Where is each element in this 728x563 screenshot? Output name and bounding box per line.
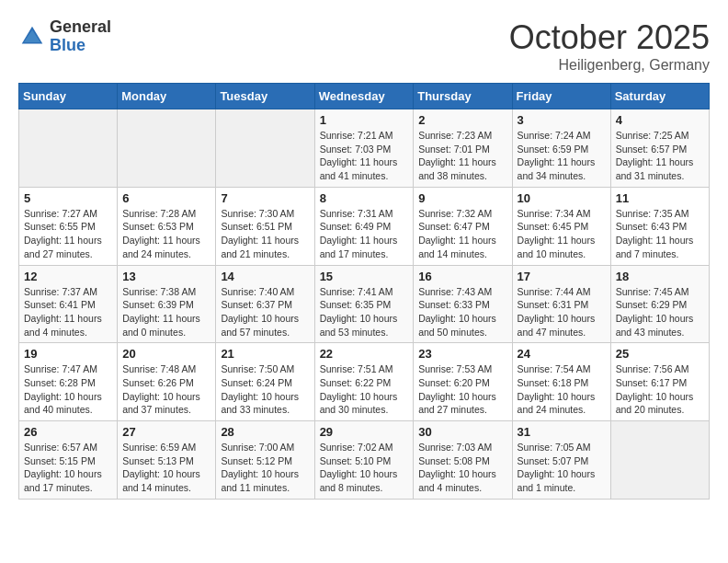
logo: General Blue	[18, 18, 111, 55]
day-number: 31	[518, 425, 606, 439]
day-info: Sunrise: 7:38 AM Sunset: 6:39 PM Dayligh…	[122, 285, 210, 339]
logo-general-text: General	[50, 18, 111, 37]
day-number: 17	[518, 270, 606, 283]
calendar-cell: 1Sunrise: 7:21 AM Sunset: 7:03 PM Daylig…	[314, 109, 414, 188]
day-number: 12	[24, 270, 112, 283]
calendar-cell: 31Sunrise: 7:05 AM Sunset: 5:07 PM Dayli…	[512, 421, 610, 500]
calendar-cell: 20Sunrise: 7:48 AM Sunset: 6:26 PM Dayli…	[118, 343, 216, 421]
day-number: 3	[518, 113, 606, 127]
day-number: 14	[221, 270, 309, 283]
day-number: 8	[320, 191, 409, 205]
calendar-cell: 25Sunrise: 7:56 AM Sunset: 6:17 PM Dayli…	[610, 343, 709, 421]
day-info: Sunrise: 7:45 AM Sunset: 6:29 PM Dayligh…	[616, 285, 704, 339]
week-row-1: 1Sunrise: 7:21 AM Sunset: 7:03 PM Daylig…	[19, 109, 710, 188]
day-info: Sunrise: 7:24 AM Sunset: 6:59 PM Dayligh…	[518, 129, 606, 183]
day-info: Sunrise: 7:44 AM Sunset: 6:31 PM Dayligh…	[518, 285, 606, 339]
day-info: Sunrise: 7:54 AM Sunset: 6:18 PM Dayligh…	[518, 362, 606, 417]
day-info: Sunrise: 7:02 AM Sunset: 5:10 PM Dayligh…	[320, 441, 409, 495]
calendar-cell: 19Sunrise: 7:47 AM Sunset: 6:28 PM Dayli…	[19, 343, 118, 421]
week-row-2: 5Sunrise: 7:27 AM Sunset: 6:55 PM Daylig…	[19, 187, 710, 265]
day-number: 30	[418, 425, 506, 439]
day-info: Sunrise: 7:35 AM Sunset: 6:43 PM Dayligh…	[616, 207, 704, 261]
day-info: Sunrise: 7:21 AM Sunset: 7:03 PM Dayligh…	[320, 129, 409, 183]
calendar-cell	[118, 109, 216, 188]
day-number: 13	[122, 270, 210, 283]
day-number: 11	[616, 191, 704, 205]
day-number: 19	[24, 347, 112, 361]
day-number: 25	[616, 347, 704, 361]
day-info: Sunrise: 7:32 AM Sunset: 6:47 PM Dayligh…	[418, 207, 506, 261]
week-row-4: 19Sunrise: 7:47 AM Sunset: 6:28 PM Dayli…	[19, 343, 710, 421]
day-info: Sunrise: 7:23 AM Sunset: 7:01 PM Dayligh…	[418, 129, 506, 183]
page-header: General Blue October 2025 Heiligenberg, …	[18, 18, 710, 74]
calendar-cell: 26Sunrise: 6:57 AM Sunset: 5:15 PM Dayli…	[19, 421, 118, 500]
day-number: 4	[616, 113, 704, 127]
calendar-cell: 24Sunrise: 7:54 AM Sunset: 6:18 PM Dayli…	[512, 343, 610, 421]
day-info: Sunrise: 7:28 AM Sunset: 6:53 PM Dayligh…	[122, 207, 210, 261]
day-number: 27	[122, 425, 210, 439]
calendar-cell: 14Sunrise: 7:40 AM Sunset: 6:37 PM Dayli…	[216, 265, 314, 343]
calendar-cell: 29Sunrise: 7:02 AM Sunset: 5:10 PM Dayli…	[314, 421, 414, 500]
calendar-cell: 12Sunrise: 7:37 AM Sunset: 6:41 PM Dayli…	[19, 265, 118, 343]
calendar-cell: 10Sunrise: 7:34 AM Sunset: 6:45 PM Dayli…	[512, 187, 610, 265]
calendar-cell: 21Sunrise: 7:50 AM Sunset: 6:24 PM Dayli…	[216, 343, 314, 421]
week-row-3: 12Sunrise: 7:37 AM Sunset: 6:41 PM Dayli…	[19, 265, 710, 343]
calendar-cell: 3Sunrise: 7:24 AM Sunset: 6:59 PM Daylig…	[512, 109, 610, 188]
weekday-header-monday: Monday	[118, 84, 216, 109]
day-number: 1	[320, 113, 409, 127]
day-number: 20	[122, 347, 210, 361]
weekday-header-row: SundayMondayTuesdayWednesdayThursdayFrid…	[19, 84, 710, 109]
calendar-cell: 8Sunrise: 7:31 AM Sunset: 6:49 PM Daylig…	[314, 187, 414, 265]
day-number: 10	[518, 191, 606, 205]
calendar-cell: 4Sunrise: 7:25 AM Sunset: 6:57 PM Daylig…	[610, 109, 709, 188]
location-subtitle: Heiligenberg, Germany	[509, 57, 710, 74]
day-info: Sunrise: 7:30 AM Sunset: 6:51 PM Dayligh…	[221, 207, 309, 261]
day-number: 9	[418, 191, 506, 205]
day-info: Sunrise: 7:31 AM Sunset: 6:49 PM Dayligh…	[320, 207, 409, 261]
calendar-cell	[19, 109, 118, 188]
week-row-5: 26Sunrise: 6:57 AM Sunset: 5:15 PM Dayli…	[19, 421, 710, 500]
day-number: 22	[320, 347, 409, 361]
day-number: 24	[518, 347, 606, 361]
day-number: 5	[24, 191, 112, 205]
calendar-cell: 17Sunrise: 7:44 AM Sunset: 6:31 PM Dayli…	[512, 265, 610, 343]
day-number: 21	[221, 347, 309, 361]
calendar-cell: 28Sunrise: 7:00 AM Sunset: 5:12 PM Dayli…	[216, 421, 314, 500]
calendar-cell: 23Sunrise: 7:53 AM Sunset: 6:20 PM Dayli…	[414, 343, 512, 421]
weekday-header-tuesday: Tuesday	[216, 84, 314, 109]
day-info: Sunrise: 7:53 AM Sunset: 6:20 PM Dayligh…	[418, 362, 506, 417]
day-number: 2	[418, 113, 506, 127]
day-info: Sunrise: 7:43 AM Sunset: 6:33 PM Dayligh…	[418, 285, 506, 339]
calendar-cell: 30Sunrise: 7:03 AM Sunset: 5:08 PM Dayli…	[414, 421, 512, 500]
month-title: October 2025	[509, 18, 710, 57]
day-info: Sunrise: 7:47 AM Sunset: 6:28 PM Dayligh…	[24, 362, 112, 417]
weekday-header-saturday: Saturday	[610, 84, 709, 109]
calendar-cell: 2Sunrise: 7:23 AM Sunset: 7:01 PM Daylig…	[414, 109, 512, 188]
day-info: Sunrise: 7:50 AM Sunset: 6:24 PM Dayligh…	[221, 362, 309, 417]
weekday-header-sunday: Sunday	[19, 84, 118, 109]
day-number: 18	[616, 270, 704, 283]
calendar-cell: 27Sunrise: 6:59 AM Sunset: 5:13 PM Dayli…	[118, 421, 216, 500]
calendar-cell: 15Sunrise: 7:41 AM Sunset: 6:35 PM Dayli…	[314, 265, 414, 343]
calendar-cell: 5Sunrise: 7:27 AM Sunset: 6:55 PM Daylig…	[19, 187, 118, 265]
calendar-cell: 18Sunrise: 7:45 AM Sunset: 6:29 PM Dayli…	[610, 265, 709, 343]
weekday-header-thursday: Thursday	[414, 84, 512, 109]
calendar-cell: 11Sunrise: 7:35 AM Sunset: 6:43 PM Dayli…	[610, 187, 709, 265]
weekday-header-wednesday: Wednesday	[314, 84, 414, 109]
day-number: 6	[122, 191, 210, 205]
day-number: 16	[418, 270, 506, 283]
calendar-cell: 22Sunrise: 7:51 AM Sunset: 6:22 PM Dayli…	[314, 343, 414, 421]
day-info: Sunrise: 7:48 AM Sunset: 6:26 PM Dayligh…	[122, 362, 210, 417]
calendar-table: SundayMondayTuesdayWednesdayThursdayFrid…	[18, 83, 710, 500]
day-info: Sunrise: 7:05 AM Sunset: 5:07 PM Dayligh…	[518, 441, 606, 495]
day-info: Sunrise: 7:27 AM Sunset: 6:55 PM Dayligh…	[24, 207, 112, 261]
calendar-cell	[610, 421, 709, 500]
day-info: Sunrise: 7:03 AM Sunset: 5:08 PM Dayligh…	[418, 441, 506, 495]
calendar-cell: 16Sunrise: 7:43 AM Sunset: 6:33 PM Dayli…	[414, 265, 512, 343]
logo-icon	[18, 23, 46, 51]
day-number: 23	[418, 347, 506, 361]
day-info: Sunrise: 7:00 AM Sunset: 5:12 PM Dayligh…	[221, 441, 309, 495]
day-info: Sunrise: 7:37 AM Sunset: 6:41 PM Dayligh…	[24, 285, 112, 339]
day-info: Sunrise: 7:25 AM Sunset: 6:57 PM Dayligh…	[616, 129, 704, 183]
calendar-cell: 13Sunrise: 7:38 AM Sunset: 6:39 PM Dayli…	[118, 265, 216, 343]
